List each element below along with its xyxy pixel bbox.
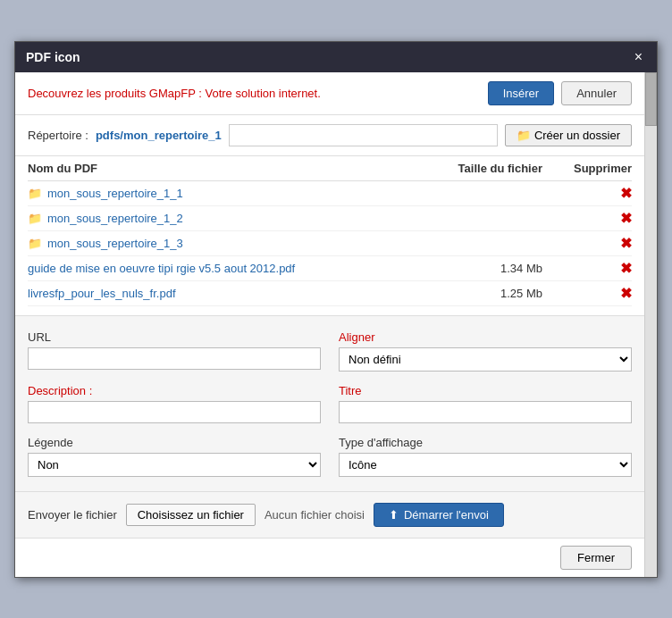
type-affichage-select[interactable]: Icône Lien Bouton xyxy=(339,453,632,477)
form-section: URL Aligner Non défini Gauche Droite Cen… xyxy=(15,315,644,491)
table-row: guide de mise en oeuvre tipi rgie v5.5 a… xyxy=(28,256,632,281)
align-group: Aligner Non défini Gauche Droite Centre xyxy=(339,330,632,372)
file-link[interactable]: 📁 mon_sous_repertoire_1_3 xyxy=(28,237,417,250)
form-row-1: URL Aligner Non défini Gauche Droite Cen… xyxy=(28,330,632,372)
dialog-inner: Decouvrez les produits GMapFP : Votre so… xyxy=(15,72,657,577)
dialog-main: Decouvrez les produits GMapFP : Votre so… xyxy=(15,72,644,577)
type-affichage-group: Type d'affichage Icône Lien Bouton xyxy=(339,436,632,477)
col-name-header: Nom du PDF xyxy=(28,162,417,175)
align-label: Aligner xyxy=(339,330,632,344)
form-row-2: Description : Titre xyxy=(28,384,632,423)
dialog-close-button[interactable]: × xyxy=(631,49,646,65)
dialog-title: PDF icon xyxy=(26,50,80,64)
repertoire-path[interactable]: pdfs/mon_repertoire_1 xyxy=(96,129,222,142)
table-row: 📁 mon_sous_repertoire_1_3 ✖ xyxy=(28,231,632,256)
file-link[interactable]: 📁 mon_sous_repertoire_1_1 xyxy=(28,187,417,200)
start-upload-label: Démarrer l'envoi xyxy=(404,508,489,522)
file-list-header: Nom du PDF Taille du fichier Supprimer xyxy=(28,156,632,181)
file-delete-cell: ✖ xyxy=(560,185,632,202)
delete-button[interactable]: ✖ xyxy=(620,285,632,302)
file-link[interactable]: guide de mise en oeuvre tipi rgie v5.5 a… xyxy=(28,262,417,275)
file-delete-cell: ✖ xyxy=(560,235,632,252)
form-row-3: Légende Non Oui Type d'affichage Icône L… xyxy=(28,436,632,477)
legende-label: Légende xyxy=(28,436,321,449)
scrollbar-thumb[interactable] xyxy=(645,72,657,126)
type-affichage-label: Type d'affichage xyxy=(339,436,632,449)
file-list-section: Nom du PDF Taille du fichier Supprimer 📁… xyxy=(15,156,644,315)
folder-icon: 📁 xyxy=(28,187,42,200)
table-row: livresfp_pour_les_nuls_fr.pdf 1.25 Mb ✖ xyxy=(28,281,632,306)
file-name: mon_sous_repertoire_1_3 xyxy=(47,237,183,250)
banner-text: Decouvrez les produits GMapFP : Votre so… xyxy=(28,87,321,100)
url-input[interactable] xyxy=(28,347,321,370)
file-link[interactable]: 📁 mon_sous_repertoire_1_2 xyxy=(28,212,417,225)
file-link[interactable]: livresfp_pour_les_nuls_fr.pdf xyxy=(28,287,417,300)
folder-icon: 📁 xyxy=(28,212,42,225)
delete-button[interactable]: ✖ xyxy=(620,235,632,252)
description-group: Description : xyxy=(28,384,321,423)
banner-row: Decouvrez les produits GMapFP : Votre so… xyxy=(15,72,644,115)
no-file-text: Aucun fichier choisi xyxy=(265,508,365,522)
title-input[interactable] xyxy=(339,401,632,423)
folder-icon: 📁 xyxy=(28,237,42,250)
repertoire-label: Répertoire : xyxy=(28,129,88,142)
url-group: URL xyxy=(28,330,321,372)
start-upload-button[interactable]: ⬆ Démarrer l'envoi xyxy=(374,503,504,527)
description-input[interactable] xyxy=(28,401,321,423)
file-delete-cell: ✖ xyxy=(560,210,632,227)
table-row: 📁 mon_sous_repertoire_1_2 ✖ xyxy=(28,206,632,231)
upload-section: Envoyer le fichier Choisissez un fichier… xyxy=(15,491,644,538)
url-label: URL xyxy=(28,330,321,344)
close-button[interactable]: Fermer xyxy=(560,546,632,570)
file-delete-cell: ✖ xyxy=(560,285,632,302)
pdf-icon-dialog: PDF icon × Decouvrez les produits GMapFP… xyxy=(14,41,658,578)
delete-button[interactable]: ✖ xyxy=(620,185,632,202)
file-name: mon_sous_repertoire_1_1 xyxy=(47,187,183,200)
delete-button[interactable]: ✖ xyxy=(620,210,632,227)
table-row: 📁 mon_sous_repertoire_1_1 ✖ xyxy=(28,181,632,206)
create-folder-label: Créer un dossier xyxy=(534,129,620,142)
upload-icon: ⬆ xyxy=(389,508,399,522)
create-folder-button[interactable]: 📁 Créer un dossier xyxy=(505,124,632,146)
file-name: mon_sous_repertoire_1_2 xyxy=(47,212,183,225)
file-size: 1.25 Mb xyxy=(417,287,560,300)
description-label: Description : xyxy=(28,384,321,397)
repertoire-row: Répertoire : pdfs/mon_repertoire_1 📁 Cré… xyxy=(15,115,644,156)
banner-buttons: Insérer Annuler xyxy=(488,81,632,105)
delete-button[interactable]: ✖ xyxy=(620,260,632,277)
upload-label: Envoyer le fichier xyxy=(28,508,117,522)
title-label: Titre xyxy=(339,384,632,397)
file-size: 1.34 Mb xyxy=(417,262,560,275)
legende-select[interactable]: Non Oui xyxy=(28,453,321,477)
file-name: livresfp_pour_les_nuls_fr.pdf xyxy=(28,287,176,300)
insert-button[interactable]: Insérer xyxy=(488,81,554,105)
choose-file-button[interactable]: Choisissez un fichier xyxy=(126,504,256,526)
align-select[interactable]: Non défini Gauche Droite Centre xyxy=(339,347,632,372)
dialog-titlebar: PDF icon × xyxy=(15,42,657,72)
repertoire-input[interactable] xyxy=(229,124,498,146)
col-size-header: Taille du fichier xyxy=(417,162,560,175)
cancel-button[interactable]: Annuler xyxy=(561,81,632,105)
col-delete-header: Supprimer xyxy=(560,162,632,175)
file-name: guide de mise en oeuvre tipi rgie v5.5 a… xyxy=(28,262,295,275)
scrollbar[interactable] xyxy=(644,72,657,577)
legende-group: Légende Non Oui xyxy=(28,436,321,477)
folder-icon: 📁 xyxy=(517,129,531,142)
title-group: Titre xyxy=(339,384,632,423)
dialog-footer: Fermer xyxy=(15,538,644,577)
file-delete-cell: ✖ xyxy=(560,260,632,277)
